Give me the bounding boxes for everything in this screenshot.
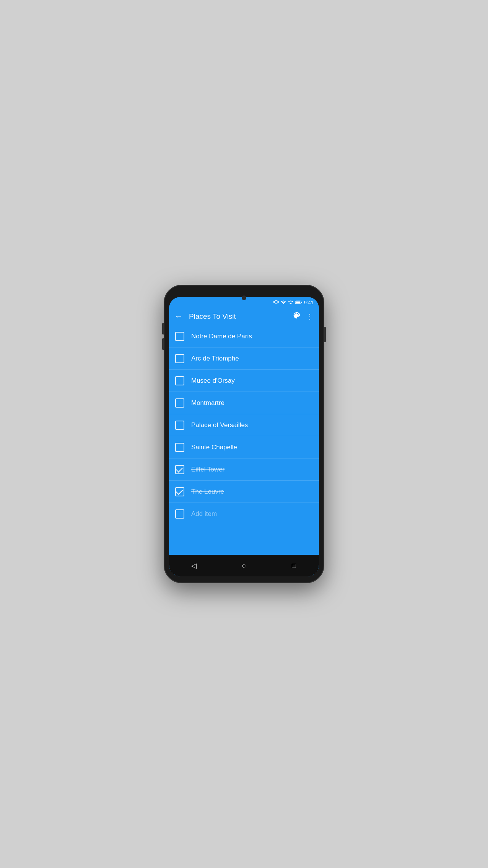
checkbox[interactable] — [175, 465, 184, 474]
phone-screen: 9:41 ← Places To Visit ⋮ Notre Dame de P… — [169, 297, 319, 576]
list-item[interactable]: Musee d'Orsay — [169, 370, 319, 392]
palette-button[interactable] — [293, 311, 301, 321]
phone-camera — [242, 295, 246, 300]
list-item[interactable]: Arc de Triomphe — [169, 348, 319, 370]
svg-rect-2 — [301, 302, 302, 303]
checkbox[interactable] — [175, 421, 184, 430]
item-label: Arc de Triomphe — [191, 355, 239, 362]
checkbox[interactable] — [175, 487, 184, 496]
item-label: Add item — [191, 510, 217, 518]
item-label: Eiffel Tower — [191, 466, 224, 473]
toolbar: ← Places To Visit ⋮ — [169, 307, 319, 325]
checkbox[interactable] — [175, 443, 184, 452]
list-item[interactable]: Palace of Versailles — [169, 414, 319, 436]
checkbox[interactable] — [175, 376, 184, 385]
volume-button-down — [162, 338, 164, 350]
signal-icon — [288, 300, 293, 306]
item-label: The Louvre — [191, 488, 224, 496]
item-label: Sainte Chapelle — [191, 444, 237, 451]
vibrate-icon — [273, 299, 279, 306]
svg-rect-1 — [296, 301, 300, 303]
more-options-button[interactable]: ⋮ — [306, 312, 314, 321]
nav-home-button[interactable]: ○ — [237, 559, 251, 573]
status-icons: 9:41 — [273, 299, 314, 306]
phone-shell: 9:41 ← Places To Visit ⋮ Notre Dame de P… — [164, 285, 324, 583]
checkbox[interactable] — [175, 332, 184, 341]
status-time: 9:41 — [304, 300, 314, 305]
back-button[interactable]: ← — [174, 312, 183, 321]
power-button — [324, 327, 326, 342]
toolbar-actions: ⋮ — [293, 311, 314, 321]
wifi-icon — [281, 300, 286, 306]
checkbox[interactable] — [175, 354, 184, 363]
item-label: Notre Dame de Paris — [191, 333, 252, 340]
list-item[interactable]: Eiffel Tower — [169, 458, 319, 481]
list-item[interactable]: Montmartre — [169, 392, 319, 414]
navigation-bar: ◁ ○ □ — [169, 555, 319, 576]
checklist: Notre Dame de ParisArc de TriompheMusee … — [169, 325, 319, 555]
nav-recent-button[interactable]: □ — [287, 559, 301, 573]
item-label: Musee d'Orsay — [191, 377, 235, 385]
item-label: Montmartre — [191, 399, 224, 407]
list-item[interactable]: The Louvre — [169, 481, 319, 503]
list-item[interactable]: Add item — [169, 503, 319, 525]
checkbox[interactable] — [175, 509, 184, 519]
page-title: Places To Visit — [189, 312, 286, 321]
item-label: Palace of Versailles — [191, 421, 248, 429]
list-item[interactable]: Notre Dame de Paris — [169, 325, 319, 348]
checkbox[interactable] — [175, 398, 184, 408]
battery-icon — [295, 300, 302, 305]
list-item[interactable]: Sainte Chapelle — [169, 436, 319, 458]
volume-button-up — [162, 323, 164, 334]
nav-back-button[interactable]: ◁ — [187, 559, 201, 573]
